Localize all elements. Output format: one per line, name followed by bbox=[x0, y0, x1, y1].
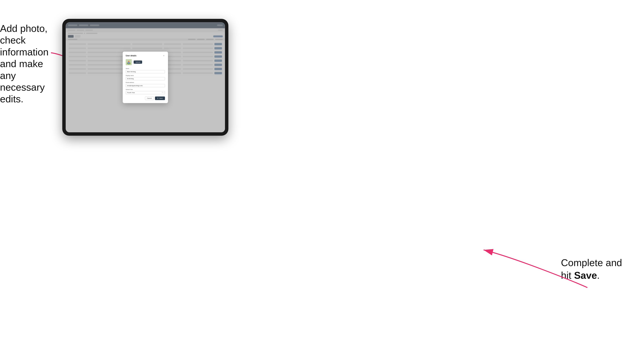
dialog-overlay: User details × U bbox=[66, 22, 225, 132]
dialog-footer: Cancel ⬆ Save bbox=[126, 97, 165, 100]
avatar bbox=[126, 59, 132, 65]
tablet-frame: User details × U bbox=[62, 19, 228, 136]
svg-rect-5 bbox=[128, 62, 130, 64]
user-details-dialog: User details × U bbox=[123, 52, 168, 103]
display-name-input[interactable] bbox=[126, 77, 165, 80]
school-year-input[interactable] bbox=[126, 91, 165, 94]
tablet-screen: User details × U bbox=[66, 22, 225, 132]
save-icon: ⬆ bbox=[157, 97, 158, 99]
cancel-button[interactable]: Cancel bbox=[145, 97, 154, 100]
dialog-title-row: User details × bbox=[126, 55, 165, 57]
display-name-field: Display name bbox=[126, 75, 165, 80]
select-clear-icon[interactable]: × bbox=[162, 92, 163, 93]
email-field-container: Email address bbox=[126, 82, 165, 87]
right-annotation: Complete and hit Save. bbox=[561, 256, 633, 282]
name-label: Name bbox=[126, 68, 165, 69]
name-input[interactable] bbox=[126, 70, 165, 73]
photo-section: Upload bbox=[126, 59, 165, 65]
select-icons: × ⌄ bbox=[162, 92, 164, 93]
save-button[interactable]: ⬆ Save bbox=[155, 97, 165, 100]
dialog-title: User details bbox=[126, 55, 136, 57]
left-annotation: Add photo, check information and make an… bbox=[0, 23, 55, 105]
email-input[interactable] bbox=[126, 84, 165, 87]
email-label: Email address bbox=[126, 82, 165, 83]
school-year-label: School Year bbox=[126, 89, 165, 90]
display-name-label: Display name bbox=[126, 75, 165, 76]
school-year-field: School Year × ⌄ bbox=[126, 89, 165, 94]
avatar-image bbox=[126, 59, 132, 65]
chevron-down-icon[interactable]: ⌄ bbox=[163, 92, 164, 93]
name-field: Name bbox=[126, 68, 165, 73]
school-year-select-wrapper: × ⌄ bbox=[126, 90, 165, 94]
upload-button[interactable]: Upload bbox=[134, 60, 142, 64]
close-icon[interactable]: × bbox=[163, 55, 165, 57]
